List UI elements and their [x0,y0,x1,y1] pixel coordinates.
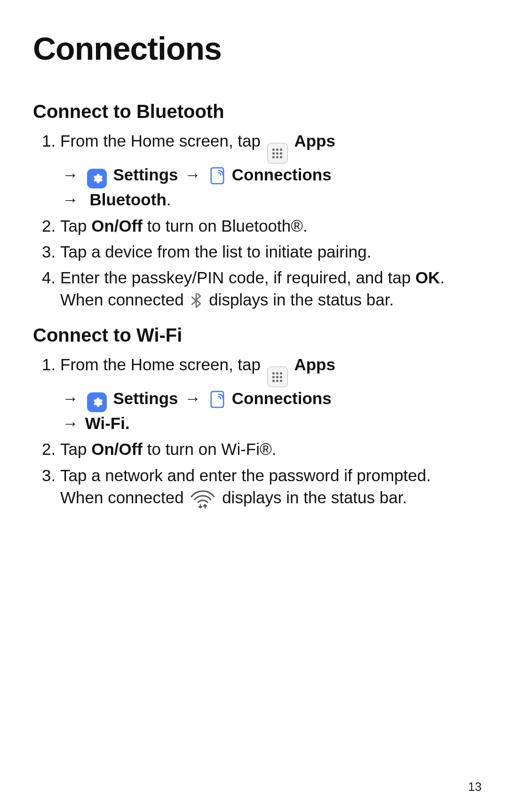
page-title: Connections [33,27,475,70]
step-text: displays in the status bar. [209,290,394,309]
section-heading-wifi: Connect to Wi-Fi [33,322,475,348]
section-heading-bluetooth: Connect to Bluetooth [33,99,475,124]
wifi-steps: From the Home screen, tap Apps → Setting… [33,353,475,510]
wifi-status-icon [190,489,215,510]
settings-label: Settings [113,389,178,407]
list-item: Enter the passkey/PIN code, if required,… [60,266,475,311]
list-item: From the Home screen, tap Apps → Setting… [60,130,475,211]
list-item: From the Home screen, tap Apps → Setting… [60,353,475,435]
apps-icon [267,367,288,387]
gear-icon [87,392,107,412]
apps-icon [267,143,288,164]
connections-label: Connections [232,165,332,184]
list-item: Tap a device from the list to initiate p… [60,241,475,263]
step-text: Enter the passkey/PIN code, if required,… [60,268,415,287]
connections-label: Connections [232,389,332,407]
svg-rect-1 [211,391,223,407]
svg-rect-0 [211,168,223,184]
ok-label: OK [415,268,440,287]
apps-label: Apps [294,355,335,374]
step-text: to turn on Wi-Fi®. [143,440,276,458]
connections-icon [209,390,225,409]
step-text: displays in the status bar. [222,488,407,507]
step-text: to turn on Bluetooth®. [143,217,308,235]
arrow-icon: → [60,188,80,211]
wifi-target: Wi-Fi. [85,414,130,432]
gear-icon [87,169,107,188]
page-number: 13 [468,779,482,795]
arrow-icon: → [60,164,80,186]
on-off-label: On/Off [91,217,143,235]
on-off-label: On/Off [91,440,143,458]
apps-label: Apps [294,132,335,150]
step-text: From the Home screen, tap [60,355,265,374]
period: . [167,190,171,209]
step-text: Tap a device from the list to initiate p… [60,242,371,261]
step-text: Tap [60,440,91,458]
bluetooth-status-icon [190,292,202,309]
list-item: Tap On/Off to turn on Bluetooth®. [60,215,475,237]
bluetooth-target: Bluetooth [89,190,166,209]
arrow-icon: → [183,387,203,409]
list-item: Tap On/Off to turn on Wi-Fi®. [60,438,475,460]
step-text: From the Home screen, tap [60,132,265,150]
arrow-icon: → [183,164,203,186]
bluetooth-steps: From the Home screen, tap Apps → Setting… [33,130,475,311]
connections-icon [209,166,225,186]
arrow-icon: → [60,387,80,409]
settings-label: Settings [113,165,178,184]
list-item: Tap a network and enter the password if … [60,464,475,510]
arrow-icon: → [60,412,80,434]
step-text: Tap [60,217,91,235]
